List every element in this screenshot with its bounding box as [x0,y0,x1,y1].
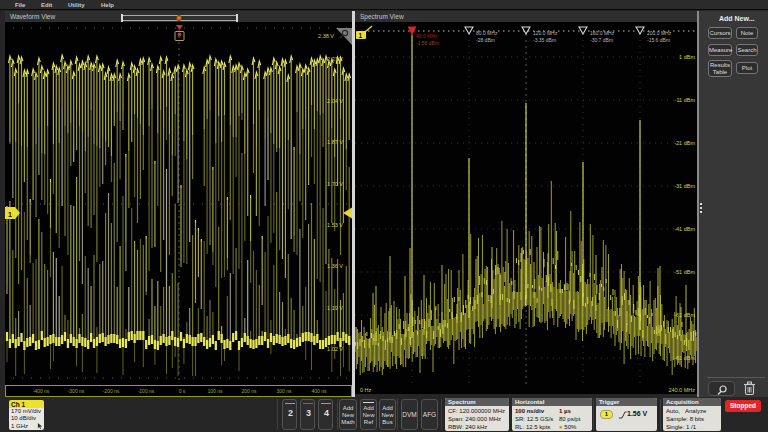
svg-text:240.0 MHz: 240.0 MHz [668,387,695,393]
svg-text:1.87 V: 1.87 V [327,139,343,145]
svg-text:1.70 V: 1.70 V [327,181,343,187]
svg-text:1: 1 [359,32,363,39]
svg-text:-41 dBm: -41 dBm [674,226,695,232]
svg-text:1.19 V: 1.19 V [327,305,343,311]
svg-text:2.04 V: 2.04 V [327,98,343,104]
svg-text:0 Hz: 0 Hz [360,387,372,393]
svg-text:2.21 V: 2.21 V [327,56,343,62]
svg-text:-15.6 dBm: -15.6 dBm [647,37,670,43]
svg-text:120.0 MHz: 120.0 MHz [533,30,558,36]
svg-text:1.53 V: 1.53 V [327,222,343,228]
svg-text:1.36 V: 1.36 V [327,263,343,269]
svg-text:80.0 MHz: 80.0 MHz [476,30,498,36]
svg-text:160.0 MHz: 160.0 MHz [590,30,615,36]
svg-text:-21 dBm: -21 dBm [674,140,695,146]
svg-text:2.38 V: 2.38 V [318,33,334,39]
svg-text:-61 dBm: -61 dBm [674,312,695,318]
svg-text:-3.35 dBm: -3.35 dBm [533,37,556,43]
svg-text:1 dBm: 1 dBm [679,54,695,60]
svg-text:1.02 V: 1.02 V [327,346,343,352]
svg-text:1: 1 [8,211,12,218]
svg-text:-1.56 dBm: -1.56 dBm [416,40,439,46]
svg-text:-11 dBm: -11 dBm [675,97,696,103]
svg-text:-28 dBm: -28 dBm [476,37,495,43]
svg-text:40.0 MHz: 40.0 MHz [416,33,438,39]
svg-text:-30.7 dBm: -30.7 dBm [590,37,613,43]
svg-text:-81 dBm: -81 dBm [674,355,695,361]
svg-text:-31 dBm: -31 dBm [674,183,695,189]
svg-text:-51 dBm: -51 dBm [674,269,695,275]
svg-text:200.0 MHz: 200.0 MHz [647,30,672,36]
